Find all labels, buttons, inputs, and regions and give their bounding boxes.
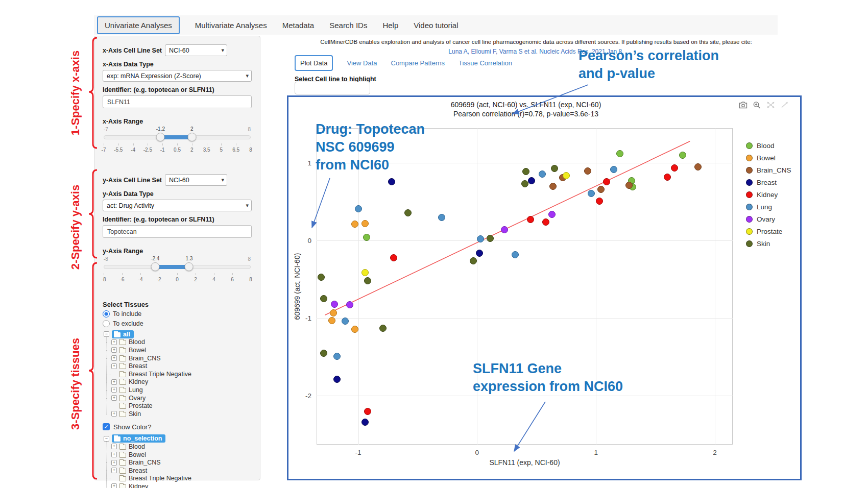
y-axis-cell-line-set-select[interactable]: NCI-60 ▾ xyxy=(165,174,227,186)
tree-root-chip[interactable]: all xyxy=(112,330,134,338)
legend-item-ovary[interactable]: Ovary xyxy=(746,215,775,223)
scatter-point-kidney[interactable] xyxy=(671,164,678,172)
tree-item-skin[interactable]: +Skin xyxy=(111,410,252,418)
tree-item-breast[interactable]: +Breast xyxy=(111,467,252,475)
legend-item-blood[interactable]: Blood xyxy=(746,142,775,150)
scatter-point-ovary[interactable] xyxy=(331,301,338,308)
tree-item-breast-triple-negative[interactable]: Breast Triple Negative xyxy=(111,475,252,483)
collapse-icon[interactable]: − xyxy=(104,331,109,337)
tree-item-kidney[interactable]: +Kidney xyxy=(111,482,252,488)
scatter-point-ovary[interactable] xyxy=(501,226,508,233)
tree-item-breast[interactable]: +Breast xyxy=(111,362,252,370)
scatter-point-bowel[interactable] xyxy=(330,309,337,316)
x-axis-cell-line-set-select[interactable]: NCI-60 ▾ xyxy=(165,44,227,56)
expand-icon[interactable]: + xyxy=(111,444,117,449)
tree-item-kidney[interactable]: +Kidney xyxy=(111,378,252,386)
scatter-point-skin[interactable] xyxy=(320,350,327,357)
tree-item-brain-cns[interactable]: +Brain_CNS xyxy=(111,458,252,467)
scatter-point-brain-cns[interactable] xyxy=(584,167,591,175)
nav-item-univariate-analyses[interactable]: Univariate Analyses xyxy=(97,16,180,34)
tree-root-no-selection[interactable]: −no_selection xyxy=(104,435,252,443)
tree-item-blood[interactable]: +Blood xyxy=(111,443,252,451)
scatter-point-kidney[interactable] xyxy=(596,198,603,205)
scatter-point-kidney[interactable] xyxy=(603,178,610,185)
tree-item-bowel[interactable]: +Bowel xyxy=(111,451,252,459)
expand-icon[interactable]: + xyxy=(111,411,117,417)
show-color-checkbox-row[interactable]: ✓ Show Color? xyxy=(103,423,252,431)
scatter-point-skin[interactable] xyxy=(487,235,494,242)
expand-icon[interactable]: + xyxy=(111,355,117,361)
tree-item-prostate[interactable]: Prostate xyxy=(111,402,252,410)
y-axis-data-type-select[interactable]: act: Drug Activity ▾ xyxy=(103,200,252,211)
zoom-in-icon[interactable] xyxy=(753,101,761,109)
scatter-point-bowel[interactable] xyxy=(351,326,358,333)
scatter-point-skin[interactable] xyxy=(551,165,558,172)
legend-item-breast[interactable]: Breast xyxy=(746,179,777,186)
expand-icon[interactable]: + xyxy=(111,379,117,385)
radio-icon[interactable] xyxy=(103,320,110,327)
expand-icon[interactable]: + xyxy=(111,460,117,466)
x-axis-identifier-input[interactable] xyxy=(103,95,252,108)
tab-compare-patterns[interactable]: Compare Patterns xyxy=(391,59,445,67)
nav-item-multivariate-analyses[interactable]: Multivariate Analyses xyxy=(195,21,267,30)
scatter-point-breast[interactable] xyxy=(333,376,341,383)
expand-icon[interactable]: + xyxy=(111,452,117,457)
tab-plot-data[interactable]: Plot Data xyxy=(295,55,333,71)
nav-item-video-tutorial[interactable]: Video tutorial xyxy=(414,21,458,30)
scatter-point-lung[interactable] xyxy=(610,166,617,173)
legend-item-lung[interactable]: Lung xyxy=(746,203,772,211)
pan-icon[interactable] xyxy=(766,101,775,109)
radio-to-include[interactable]: To include xyxy=(103,310,252,318)
legend-item-bowel[interactable]: Bowel xyxy=(746,154,776,162)
legend-item-kidney[interactable]: Kidney xyxy=(746,191,778,199)
x-axis-range-slider[interactable]: -78-1.22-7-5.5-4-2.5-10.523.556.58 xyxy=(104,132,251,159)
scatter-point-skin[interactable] xyxy=(521,180,528,187)
checkbox-checked-icon[interactable]: ✓ xyxy=(103,423,110,430)
scatter-point-skin[interactable] xyxy=(522,168,529,175)
radio-selected-icon[interactable] xyxy=(103,310,110,318)
scatter-point-lung[interactable] xyxy=(438,214,445,221)
expand-icon[interactable]: + xyxy=(111,347,117,353)
scatter-point-brain-cns[interactable] xyxy=(597,186,605,193)
scatter-point-lung[interactable] xyxy=(333,353,341,360)
tab-view-data[interactable]: View Data xyxy=(347,59,377,67)
tree-item-bowel[interactable]: +Bowel xyxy=(111,346,252,354)
tab-tissue-correlation[interactable]: Tissue Correlation xyxy=(459,59,512,67)
scatter-point-lung[interactable] xyxy=(539,170,546,178)
nav-item-search-ids[interactable]: Search IDs xyxy=(329,21,367,30)
legend-item-brain-cns[interactable]: Brain_CNS xyxy=(746,166,791,174)
nav-item-metadata[interactable]: Metadata xyxy=(282,21,315,30)
y-axis-range-slider[interactable]: -88-2.41.3-8-6-4-202468 xyxy=(104,262,251,288)
x-axis-data-type-select[interactable]: exp: mRNA Expression (Z-Score) ▾ xyxy=(103,70,252,82)
y-range-handle-from[interactable] xyxy=(151,262,159,271)
scatter-point-breast[interactable] xyxy=(476,250,483,257)
expand-icon[interactable]: + xyxy=(111,339,117,345)
camera-icon[interactable] xyxy=(739,101,748,109)
collapse-icon[interactable]: − xyxy=(104,436,109,442)
legend-item-skin[interactable]: Skin xyxy=(746,240,770,248)
expand-icon[interactable]: + xyxy=(111,483,117,488)
expand-icon[interactable]: + xyxy=(111,395,117,401)
scatter-point-blood[interactable] xyxy=(616,150,623,157)
scatter-point-prostate[interactable] xyxy=(563,172,570,179)
scatter-point-lung[interactable] xyxy=(512,251,519,258)
scatter-point-lung[interactable] xyxy=(355,205,362,212)
scatter-point-blood[interactable] xyxy=(363,234,370,241)
scatter-point-skin[interactable] xyxy=(318,274,325,281)
scatter-point-skin[interactable] xyxy=(404,209,412,216)
tree-item-blood[interactable]: +Blood xyxy=(111,338,252,347)
expand-icon[interactable]: + xyxy=(111,387,117,393)
tree-root-chip[interactable]: no_selection xyxy=(112,434,165,443)
tree-root-all[interactable]: −all xyxy=(104,330,252,338)
scatter-point-lung[interactable] xyxy=(588,190,595,197)
scatter-point-ovary[interactable] xyxy=(548,211,556,218)
drag-icon[interactable] xyxy=(780,101,789,109)
legend-item-prostate[interactable]: Prostate xyxy=(746,228,782,235)
scatter-point-bowel[interactable] xyxy=(351,221,358,228)
expand-icon[interactable]: + xyxy=(111,363,117,369)
tree-item-breast-triple-negative[interactable]: Breast Triple Negative xyxy=(111,370,252,378)
tree-item-lung[interactable]: +Lung xyxy=(111,386,252,394)
tree-item-ovary[interactable]: +Ovary xyxy=(111,394,252,402)
highlight-cell-line-input[interactable] xyxy=(295,82,370,94)
expand-icon[interactable]: + xyxy=(111,468,117,473)
